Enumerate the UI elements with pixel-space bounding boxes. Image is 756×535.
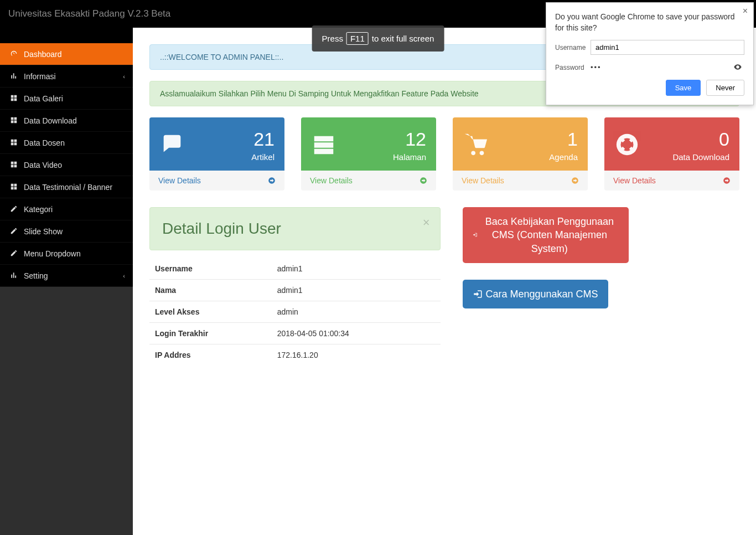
card-label: Halaman xyxy=(393,152,426,162)
sidebar-item-data-video[interactable]: Data Video xyxy=(0,154,133,176)
sidebar-item-label: Data Galeri xyxy=(24,94,63,103)
card-count: 21 xyxy=(251,128,275,150)
close-icon[interactable]: × xyxy=(743,6,748,16)
never-button[interactable]: Never xyxy=(706,80,744,96)
detail-title: Detail Login User xyxy=(162,220,428,238)
card-view-details[interactable]: View Details xyxy=(453,171,588,191)
table-row: Namaadmin1 xyxy=(149,280,441,301)
close-icon[interactable]: × xyxy=(423,215,430,230)
eye-icon[interactable] xyxy=(733,63,742,72)
arrow-circle-icon xyxy=(571,176,579,185)
fullscreen-press: Press xyxy=(322,34,343,43)
sidebar-item-label: Data Video xyxy=(24,161,62,169)
table-row: Level Aksesadmin xyxy=(149,301,441,323)
card-count: 0 xyxy=(672,128,729,150)
table-row: IP Addres172.16.1.20 xyxy=(149,344,441,366)
fullscreen-key: F11 xyxy=(346,32,369,45)
bars-icon xyxy=(8,72,19,81)
howto-button-label: Cara Menggunakan CMS xyxy=(486,287,598,301)
sidebar-item-label: Data Dosen xyxy=(24,138,65,147)
card-agenda: 1 Agenda View Details xyxy=(453,117,588,191)
row-key: Level Akses xyxy=(149,301,272,323)
popup-username-input[interactable] xyxy=(591,40,744,55)
card-count: 12 xyxy=(393,128,426,150)
table-row: Usernameadmin1 xyxy=(149,258,441,280)
popup-username-label: Username xyxy=(555,44,591,52)
sidebar-item-menu-dropdown[interactable]: Menu Dropdown xyxy=(0,243,133,265)
sidebar-item-label: Dashboard xyxy=(24,50,62,59)
row-value: admin1 xyxy=(272,258,441,280)
howto-button[interactable]: Cara Menggunakan CMS xyxy=(463,280,608,308)
sidebar: Dashboard Informasi ‹ Data Galeri Data D… xyxy=(0,28,133,535)
sidebar-item-data-testimonial[interactable]: Data Testimonial / Banner xyxy=(0,176,133,198)
sidebar-item-data-dosen[interactable]: Data Dosen xyxy=(0,132,133,154)
sidebar-item-label: Slide Show xyxy=(24,227,63,236)
sidebar-item-label: Menu Dropdown xyxy=(24,249,81,258)
chevron-left-icon: ‹ xyxy=(123,272,125,279)
row-key: Nama xyxy=(149,280,272,301)
card-artikel: 21 Artikel View Details xyxy=(149,117,284,191)
popup-password-row: Password ••• xyxy=(555,60,744,74)
detail-table: Usernameadmin1 Namaadmin1 Level Aksesadm… xyxy=(149,258,441,366)
card-view-details[interactable]: View Details xyxy=(604,171,739,191)
grid-icon xyxy=(8,183,19,192)
cart-icon xyxy=(463,130,488,160)
grid-icon xyxy=(8,116,19,125)
comments-icon xyxy=(159,130,185,160)
policy-button[interactable]: Baca Kebijakan Penggunaan CMS (Conten Ma… xyxy=(463,207,629,263)
popup-password-value: ••• xyxy=(591,60,744,74)
life-ring-icon xyxy=(614,130,640,160)
view-details-label: View Details xyxy=(462,176,504,185)
row-value: 2018-04-05 01:00:34 xyxy=(272,323,441,344)
signout-icon xyxy=(473,230,478,240)
sidebar-item-label: Data Download xyxy=(24,116,77,125)
greeting-text: Asslamualaikum Silahkan Pilih Menu Di Sa… xyxy=(160,89,479,98)
row-value: admin xyxy=(272,301,441,323)
popup-message: Do you want Google Chrome to save your p… xyxy=(555,12,744,33)
fullscreen-toast: Press F11 to exit full screen xyxy=(312,25,444,52)
fullscreen-rest: to exit full screen xyxy=(372,34,434,43)
sidebar-item-data-galeri[interactable]: Data Galeri xyxy=(0,88,133,110)
row-value: 172.16.1.20 xyxy=(272,344,441,366)
card-label: Artikel xyxy=(251,152,275,162)
card-label: Agenda xyxy=(549,152,578,162)
popup-username-row: Username xyxy=(555,40,744,55)
edit-icon xyxy=(8,227,19,236)
card-view-details[interactable]: View Details xyxy=(149,171,284,191)
edit-icon xyxy=(8,249,19,258)
detail-login-panel: Detail Login User × Usernameadmin1 Namaa… xyxy=(149,207,441,366)
popup-password-label: Password xyxy=(555,64,591,71)
sidebar-item-data-download[interactable]: Data Download xyxy=(0,110,133,132)
dashboard-icon xyxy=(8,50,19,59)
card-halaman: 12 Halaman View Details xyxy=(301,117,436,191)
signout-icon xyxy=(473,289,483,299)
policy-button-label: Baca Kebijakan Penggunaan CMS (Conten Ma… xyxy=(480,215,618,255)
arrow-circle-icon xyxy=(723,176,731,185)
sidebar-item-label: Setting xyxy=(24,271,48,280)
card-label: Data Download xyxy=(672,152,729,162)
view-details-label: View Details xyxy=(613,176,656,185)
grid-icon xyxy=(8,94,19,103)
sidebar-item-label: Data Testimonial / Banner xyxy=(24,183,112,192)
grid-icon xyxy=(8,161,19,169)
card-view-details[interactable]: View Details xyxy=(301,171,436,191)
row-key: Username xyxy=(149,258,272,280)
chevron-left-icon: ‹ xyxy=(123,73,125,80)
card-count: 1 xyxy=(549,128,578,150)
sidebar-item-slide-show[interactable]: Slide Show xyxy=(0,220,133,243)
sidebar-item-setting[interactable]: Setting ‹ xyxy=(0,265,133,287)
row-value: admin1 xyxy=(272,280,441,301)
sidebar-item-kategori[interactable]: Kategori xyxy=(0,198,133,220)
arrow-circle-icon xyxy=(420,176,427,185)
stat-cards: 21 Artikel View Details 12 Halaman xyxy=(149,117,739,191)
sidebar-item-informasi[interactable]: Informasi ‹ xyxy=(0,65,133,88)
bars-icon xyxy=(8,271,19,280)
sidebar-item-label: Informasi xyxy=(24,72,56,81)
card-data-download: 0 Data Download View Details xyxy=(604,117,739,191)
save-button[interactable]: Save xyxy=(666,80,701,96)
grid-icon xyxy=(8,138,19,147)
view-details-label: View Details xyxy=(158,176,201,185)
sidebar-item-dashboard[interactable]: Dashboard xyxy=(0,43,133,65)
edit-icon xyxy=(8,205,19,214)
view-details-label: View Details xyxy=(310,176,353,185)
